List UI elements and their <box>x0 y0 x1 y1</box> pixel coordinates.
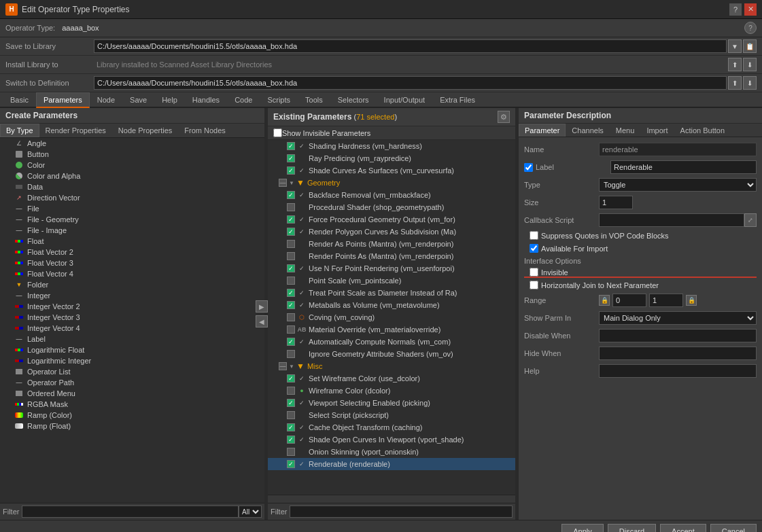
list-item[interactable]: Integer Vector 3 <box>0 312 264 323</box>
list-item[interactable]: Float Vector 3 <box>0 258 264 268</box>
ep-checkbox[interactable] <box>287 448 295 456</box>
help-button[interactable]: ? <box>729 3 742 16</box>
list-item[interactable]: ✓ Render Polygon Curves As Subdivision (… <box>268 226 515 238</box>
list-item[interactable]: Color <box>0 160 264 171</box>
callback-expand-btn[interactable]: ⤢ <box>744 213 757 227</box>
ep-checkbox[interactable] <box>279 362 287 370</box>
list-item[interactable]: ✓ Backface Removal (vm_rmbackface) <box>268 189 515 201</box>
list-item[interactable]: Ray Predicing (vm_raypredice) <box>268 152 515 164</box>
list-item[interactable]: ✓ Force Procedural Geometry Output (vm_f… <box>268 213 515 226</box>
cp-tab-render-props[interactable]: Render Properties <box>39 124 112 137</box>
ep-checkbox[interactable] <box>287 460 295 468</box>
list-item[interactable]: Procedural Shader (shop_geometrypath) <box>268 201 515 213</box>
install-library-scroll-btn2[interactable]: ⬇ <box>743 58 757 71</box>
list-item-folder[interactable]: ▼ ▼ Misc <box>268 360 515 372</box>
list-item[interactable]: ● Wireframe Color (dcolor) <box>268 385 515 397</box>
left-filter-select[interactable]: All <box>239 506 262 518</box>
range-lock-min-btn[interactable]: 🔒 <box>599 295 610 306</box>
tab-input-output[interactable]: Input/Output <box>377 92 433 108</box>
cancel-button[interactable]: Cancel <box>710 524 757 533</box>
list-item[interactable]: ✓ Automatically Compute Normals (vm_com) <box>268 336 515 348</box>
ep-checkbox[interactable] <box>287 289 295 297</box>
ep-checkbox[interactable] <box>279 179 287 187</box>
list-item[interactable]: Integer Vector 4 <box>0 323 264 334</box>
list-item[interactable]: ✓ Viewport Selecting Enabled (picking) <box>268 397 515 409</box>
list-item[interactable]: —File <box>0 203 264 214</box>
tab-selectors[interactable]: Selectors <box>330 92 377 108</box>
list-item[interactable]: Logarithmic Float <box>0 344 264 355</box>
save-library-copy-btn[interactable]: 📋 <box>743 39 757 53</box>
list-item[interactable]: RGBA Mask <box>0 399 264 410</box>
ep-checkbox[interactable] <box>287 142 295 150</box>
list-item[interactable]: —Label <box>0 334 264 344</box>
list-item[interactable]: ↗Direction Vector <box>0 192 264 203</box>
tab-tools[interactable]: Tools <box>298 92 330 108</box>
tab-extra-files[interactable]: Extra Files <box>432 92 483 108</box>
list-item[interactable]: Render Points As (Mantra) (vm_renderpoin… <box>268 250 515 262</box>
range-min-input[interactable] <box>612 294 646 307</box>
list-item[interactable]: Ramp (Color) <box>0 410 264 421</box>
help-field-input[interactable] <box>599 364 757 378</box>
list-item[interactable]: —File - Geometry <box>0 214 264 225</box>
list-item[interactable]: ✓ Shading Hardness (vm_hardness) <box>268 140 515 152</box>
callback-input[interactable] <box>599 213 744 227</box>
invisible-checkbox[interactable] <box>530 268 538 277</box>
ep-checkbox[interactable] <box>287 277 295 285</box>
switch-definition-input[interactable] <box>94 76 727 90</box>
list-item[interactable]: ✓ Use N For Point Rendering (vm_usenforp… <box>268 262 515 274</box>
name-field-input[interactable] <box>599 143 757 156</box>
show-invisible-checkbox[interactable] <box>273 128 282 137</box>
list-item[interactable]: Float Vector 2 <box>0 247 264 258</box>
ep-checkbox[interactable] <box>287 166 295 175</box>
list-item[interactable]: ∠Angle <box>0 138 264 149</box>
ep-checkbox[interactable] <box>287 191 295 199</box>
list-item[interactable]: —Integer <box>0 290 264 301</box>
tab-handles[interactable]: Handles <box>185 92 227 108</box>
label-field-input[interactable] <box>610 160 757 174</box>
list-item[interactable]: ⬡ Coving (vm_coving) <box>268 311 515 323</box>
list-item[interactable]: AB Material Override (vm_materialoverrid… <box>268 323 515 336</box>
arrow-left-btn[interactable]: ◀ <box>256 315 268 327</box>
range-max-input[interactable] <box>649 294 683 307</box>
available-import-checkbox[interactable] <box>530 244 538 253</box>
list-item[interactable]: ▼Folder <box>0 279 264 290</box>
switch-definition-scroll-btn2[interactable]: ⬇ <box>743 76 757 90</box>
close-button[interactable]: ✕ <box>744 3 757 16</box>
ep-checkbox[interactable] <box>287 387 295 395</box>
list-item[interactable]: Render As Points (Mantra) (vm_renderpoin… <box>268 238 515 250</box>
cp-tab-by-type[interactable]: By Type <box>0 124 39 137</box>
list-item[interactable]: Operator List <box>0 366 264 377</box>
ep-checkbox[interactable] <box>287 154 295 162</box>
ep-checkbox[interactable] <box>287 399 295 407</box>
cp-tab-from-nodes[interactable]: From Nodes <box>178 124 232 137</box>
ep-checkbox[interactable] <box>287 301 295 309</box>
list-item[interactable]: ✓ Metaballs as Volume (vm_metavolume) <box>268 299 515 311</box>
list-item[interactable]: ✓ Shade Curves As Surfaces (vm_curvesurf… <box>268 164 515 177</box>
ep-checkbox[interactable] <box>287 203 295 211</box>
pd-tab-import[interactable]: Import <box>640 124 674 137</box>
pd-tab-channels[interactable]: Channels <box>566 124 609 137</box>
ep-checkbox[interactable] <box>287 240 295 248</box>
install-library-scroll-btn[interactable]: ⬆ <box>728 58 742 71</box>
label-checkbox[interactable] <box>524 163 533 172</box>
accept-button[interactable]: Accept <box>660 524 706 533</box>
operator-help-button[interactable]: ? <box>744 22 757 34</box>
switch-definition-scroll-btn[interactable]: ⬆ <box>728 76 742 90</box>
tab-parameters[interactable]: Parameters <box>36 92 90 108</box>
tab-help[interactable]: Help <box>154 92 185 108</box>
list-item[interactable]: Point Scale (vm_pointscale) <box>268 274 515 287</box>
ep-checkbox[interactable] <box>287 264 295 272</box>
type-field-select[interactable]: Toggle <box>599 178 757 192</box>
horizontal-scrollbar[interactable] <box>268 495 515 503</box>
tab-scripts[interactable]: Scripts <box>260 92 298 108</box>
ep-checkbox[interactable] <box>287 313 295 321</box>
size-field-input[interactable] <box>599 196 633 209</box>
tab-save[interactable]: Save <box>122 92 154 108</box>
ep-checkbox[interactable] <box>287 228 295 236</box>
list-item[interactable]: ✓ Set Wireframe Color (use_dcolor) <box>268 372 515 385</box>
ep-checkbox[interactable] <box>287 374 295 383</box>
ep-checkbox[interactable] <box>287 423 295 431</box>
tab-code[interactable]: Code <box>227 92 260 108</box>
ep-checkbox[interactable] <box>287 325 295 334</box>
list-item[interactable]: Onion Skinning (vport_onionskin) <box>268 446 515 458</box>
